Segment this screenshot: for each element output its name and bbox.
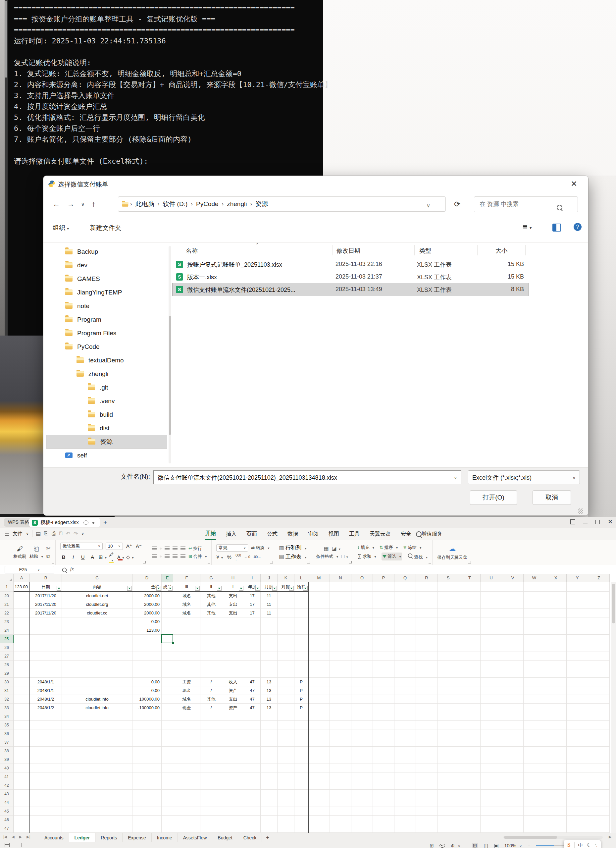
cell-Y1[interactable] [567,582,588,592]
cell-D1[interactable]: 金额 [132,582,161,592]
cell-S20[interactable] [437,592,459,600]
cell-H30[interactable]: 收入 [222,678,244,686]
cell-R42[interactable] [416,781,437,790]
cell-Z1[interactable] [588,582,610,592]
cell-X36[interactable] [545,729,567,738]
cell-F30[interactable]: 工资 [173,678,200,686]
select-all-corner[interactable] [0,574,13,582]
cell-H25[interactable] [222,635,244,643]
redo-icon[interactable]: ↷ [74,531,78,537]
cell-F43[interactable] [173,790,200,798]
cell-B45[interactable] [30,807,62,815]
cell-B46[interactable] [30,815,62,824]
column-header-R[interactable]: R [416,574,437,582]
cell-L43[interactable] [295,790,308,798]
cell-N34[interactable] [330,712,351,721]
filter-icon[interactable] [57,586,61,591]
cell-Q1[interactable] [394,582,416,592]
cell-H35[interactable] [222,721,244,729]
cell-R20[interactable] [416,592,437,600]
cell-K44[interactable] [277,798,295,807]
cell-U34[interactable] [481,712,502,721]
decrease-indent-icon[interactable] [173,547,178,550]
cell-C36[interactable] [62,729,132,738]
cell-O46[interactable] [351,815,373,824]
breadcrumb-item[interactable]: 此电脑 [135,200,154,208]
cell-G23[interactable] [200,617,222,626]
copy-icon[interactable]: ⧉ [46,553,51,559]
decrease-decimal-icon[interactable]: ←.0 [244,555,250,559]
cell-F39[interactable] [173,755,200,764]
cell-W29[interactable] [524,669,545,678]
cell-J32[interactable]: 13 [261,695,277,704]
cell-G35[interactable] [200,721,222,729]
cell-M47[interactable] [308,824,330,833]
cell-M43[interactable] [308,790,330,798]
cell-D34[interactable] [132,712,161,721]
cell-W20[interactable] [524,592,545,600]
cell-J27[interactable] [261,652,277,661]
cell-T32[interactable] [459,695,481,704]
cell-P41[interactable] [373,772,394,781]
cell-L37[interactable] [295,738,308,747]
cell-U47[interactable] [481,824,502,833]
up-icon[interactable]: ↑ [92,200,95,208]
table-tools-icon[interactable]: ⊞ [429,843,434,848]
row-header-1[interactable]: 1 [0,582,13,592]
cell-V29[interactable] [502,669,524,678]
cell-E45[interactable] [161,807,173,815]
menu-tab-开始[interactable]: 开始 [205,528,216,540]
cell-N22[interactable] [330,609,351,617]
cell-C33[interactable]: cloudlet.info [62,704,132,712]
cell-B31[interactable]: 2048/1/1 [30,686,62,695]
cell-A45[interactable] [13,807,30,815]
cell-Y46[interactable] [567,815,588,824]
cell-X44[interactable] [545,798,567,807]
terminal-scrollbar[interactable] [4,0,7,335]
tree-item-GAMES[interactable]: GAMES [46,272,167,286]
cell-W40[interactable] [524,764,545,772]
cell-Q30[interactable] [394,678,416,686]
cell-I43[interactable] [244,790,261,798]
table-style-icon[interactable]: ▦ [324,545,329,551]
cell-F23[interactable] [173,617,200,626]
cell-H45[interactable] [222,807,244,815]
hamburger-icon[interactable]: ☰ [4,531,9,537]
cell-L27[interactable] [295,652,308,661]
cell-Z21[interactable] [588,600,610,609]
cell-P21[interactable] [373,600,394,609]
column-header-Q[interactable]: Q [394,574,416,582]
cell-K43[interactable] [277,790,295,798]
cell-Y47[interactable] [567,824,588,833]
cell-X31[interactable] [545,686,567,695]
cell-R32[interactable] [416,695,437,704]
cell-W32[interactable] [524,695,545,704]
cell-Q25[interactable] [394,635,416,643]
cell-N27[interactable] [330,652,351,661]
cell-J47[interactable] [261,824,277,833]
cell-J20[interactable]: 11 [261,592,277,600]
cell-I47[interactable] [244,824,261,833]
cell-B23[interactable] [30,617,62,626]
cell-R36[interactable] [416,729,437,738]
cell-W35[interactable] [524,721,545,729]
cell-Y22[interactable] [567,609,588,617]
cell-V21[interactable] [502,600,524,609]
cell-I44[interactable] [244,798,261,807]
cell-W43[interactable] [524,790,545,798]
cell-M20[interactable] [308,592,330,600]
cell-V26[interactable] [502,643,524,652]
cell-L29[interactable] [295,669,308,678]
cell-G45[interactable] [200,807,222,815]
cell-K31[interactable] [277,686,295,695]
row-header-46[interactable]: 46 [0,815,13,824]
cancel-button[interactable]: 取消 [533,490,571,505]
cell-F36[interactable] [173,729,200,738]
forward-icon[interactable]: → [67,200,74,208]
cell-I31[interactable]: 47 [244,686,261,695]
cell-O31[interactable] [351,686,373,695]
cell-Y28[interactable] [567,661,588,669]
cell-I24[interactable] [244,626,261,635]
first-sheet-icon[interactable]: |◀ [3,835,7,839]
scroll-right-icon[interactable]: ▶ [609,835,612,839]
